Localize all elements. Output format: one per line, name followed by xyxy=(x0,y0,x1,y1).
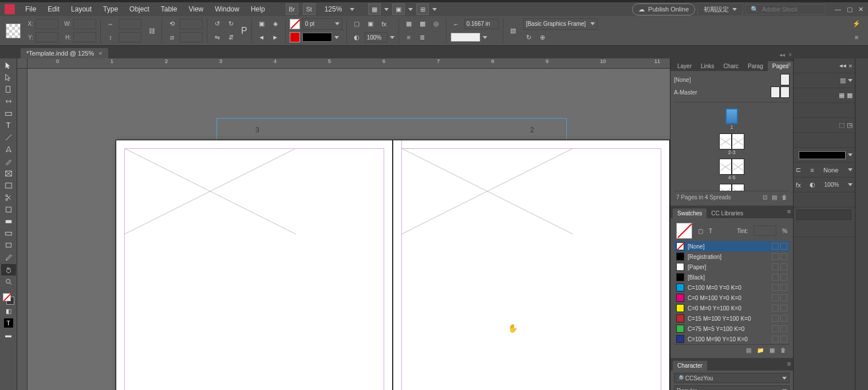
wrap-shape-icon[interactable]: ◎ xyxy=(431,18,442,30)
swatch-row[interactable]: C=0 M=100 Y=0 K=0 xyxy=(674,293,790,303)
note-tool[interactable] xyxy=(1,240,16,251)
workspace-switcher[interactable]: 初期設定 xyxy=(697,3,743,16)
swatch-row[interactable]: [Registration] xyxy=(674,251,790,262)
close-icon[interactable]: × xyxy=(98,50,102,57)
edit-page-size-icon[interactable]: ⊡ xyxy=(763,194,767,200)
reference-point-icon[interactable] xyxy=(6,23,21,38)
delete-page-icon[interactable]: 🗑 xyxy=(782,194,787,200)
page-thumb-spread-5-6[interactable] xyxy=(719,184,744,191)
fill-swatch[interactable] xyxy=(290,19,300,29)
collapse-icon[interactable]: ◂◂ xyxy=(779,52,785,58)
stroke-preview-bar[interactable] xyxy=(799,151,846,159)
swatch-row[interactable]: C=100 M=0 Y=0 K=0 xyxy=(674,282,790,293)
flip-h-icon[interactable]: ⇋ xyxy=(211,31,223,43)
view-mode[interactable]: ▬ xyxy=(1,329,16,341)
apply-color[interactable]: T xyxy=(1,317,16,329)
scale-y-icon[interactable]: ↕ xyxy=(105,31,116,43)
scale-x-field[interactable] xyxy=(119,19,141,29)
panel-icon[interactable]: ⬚ xyxy=(839,121,845,129)
auto-fit-icon[interactable]: ▢ xyxy=(351,18,362,30)
flip-v-icon[interactable]: ⇵ xyxy=(225,31,236,43)
window-restore-icon[interactable]: ▢ xyxy=(847,6,853,13)
menu-table[interactable]: Table xyxy=(156,3,182,15)
align-start-icon[interactable]: ⊏ xyxy=(796,166,801,174)
swatch-row[interactable]: C=75 M=5 Y=100 K=0 xyxy=(674,324,790,334)
stroke-swatch[interactable] xyxy=(290,32,300,42)
gradient-feather-tool[interactable] xyxy=(1,228,16,239)
panel-menu-icon[interactable]: ≡ xyxy=(787,208,791,215)
zoom-level[interactable]: 125% xyxy=(319,4,348,14)
tint-field[interactable] xyxy=(753,226,776,236)
master-row-none[interactable]: [None] xyxy=(674,73,790,86)
menu-object[interactable]: Object xyxy=(125,3,154,15)
search-input[interactable] xyxy=(762,6,819,13)
rectangle-frame-tool[interactable] xyxy=(1,168,16,179)
free-transform-tool[interactable] xyxy=(1,204,16,215)
object-style-select[interactable]: [Basic Graphics Frame] xyxy=(523,18,598,30)
chevron-down-icon[interactable] xyxy=(384,8,389,11)
panel-menu-icon[interactable]: ≡ xyxy=(851,31,862,43)
select-container-icon[interactable]: ▣ xyxy=(256,18,267,30)
rotate-icon[interactable]: ⟲ xyxy=(166,18,177,30)
fill-stroke-swap[interactable] xyxy=(1,293,16,305)
delete-swatch-icon[interactable]: 🗑 xyxy=(780,347,786,353)
quick-apply-icon[interactable]: ⚡ xyxy=(851,18,862,30)
font-style-field[interactable]: Regular xyxy=(674,385,790,390)
y-field[interactable] xyxy=(35,32,58,42)
chevron-down-icon[interactable] xyxy=(334,36,339,39)
page-thumb-spread-4-5[interactable] xyxy=(719,159,744,175)
swatch-row[interactable]: C=100 M=90 Y=10 K=0 xyxy=(674,334,790,344)
rotate-cw-icon[interactable]: ↻ xyxy=(225,18,236,30)
close-icon[interactable]: × xyxy=(788,52,792,58)
clear-override-icon[interactable]: ↻ xyxy=(523,31,535,43)
window-close-icon[interactable]: ✕ xyxy=(858,6,863,13)
x-field[interactable] xyxy=(35,19,58,29)
window-minimize-icon[interactable]: — xyxy=(835,6,841,13)
w-field[interactable] xyxy=(73,19,96,29)
new-group-icon[interactable]: 📁 xyxy=(757,347,764,353)
panel-icon[interactable]: ▦ xyxy=(839,92,845,99)
collapsed-dock-strip[interactable] xyxy=(855,58,868,390)
master-thumb[interactable] xyxy=(780,74,790,85)
stroke-weight-select[interactable]: 0 pt xyxy=(302,18,342,30)
chevron-down-icon[interactable] xyxy=(408,8,413,11)
tab-swatches[interactable]: Swatches xyxy=(673,208,707,218)
tab-parag[interactable]: Parag xyxy=(743,61,768,71)
page-left[interactable] xyxy=(116,140,393,390)
swatch-row[interactable]: [Black] xyxy=(674,272,790,282)
bridge-icon[interactable]: Br xyxy=(286,3,298,15)
type-tool[interactable]: T xyxy=(1,120,16,131)
view-options-icon[interactable]: ▦ xyxy=(368,3,381,15)
style-dropdown[interactable] xyxy=(796,210,851,220)
master-row-a[interactable]: A-Master xyxy=(674,86,790,99)
select-prev-icon[interactable]: ◄ xyxy=(256,31,267,43)
rectangle-tool[interactable] xyxy=(1,180,16,191)
fit-content-icon[interactable]: ▣ xyxy=(365,18,376,30)
page-thumb-1[interactable] xyxy=(725,108,738,124)
menu-window[interactable]: Window xyxy=(210,3,244,15)
menu-help[interactable]: Help xyxy=(246,3,270,15)
rotate-ccw-icon[interactable]: ↺ xyxy=(211,18,223,30)
menu-file[interactable]: File xyxy=(21,3,41,15)
search-box[interactable]: 🔍 xyxy=(745,4,826,15)
clear-fit-icon[interactable]: fx xyxy=(378,18,390,30)
constrain-icon[interactable]: ⛓ xyxy=(146,25,157,37)
scale-y-field[interactable] xyxy=(119,32,141,42)
document-tab[interactable]: *Template.indd @ 125% × xyxy=(21,48,108,58)
panel-icon[interactable]: ▩ xyxy=(847,92,853,99)
swatch-row[interactable]: C=15 M=100 Y=100 K=0 xyxy=(674,313,790,324)
object-fill-icon[interactable]: ▢ xyxy=(698,228,703,234)
master-thumb[interactable] xyxy=(771,86,780,98)
hand-tool[interactable] xyxy=(1,264,16,275)
opacity-icon[interactable]: ◐ xyxy=(351,31,362,43)
chevron-down-icon[interactable] xyxy=(350,8,354,11)
menu-type[interactable]: Type xyxy=(98,3,123,15)
publish-online-button[interactable]: ☁ Publish Online xyxy=(632,3,695,15)
wrap-bbox-icon[interactable]: ▩ xyxy=(417,18,428,30)
wrap-jump-icon[interactable]: ≡ xyxy=(403,31,415,43)
font-family-field[interactable]: 🔎 CCSezYou xyxy=(674,373,790,383)
type-fill-icon[interactable]: T xyxy=(709,228,712,234)
panel-icon[interactable]: ◳ xyxy=(847,121,853,129)
wrap-column-icon[interactable]: ≣ xyxy=(417,31,428,43)
shear-icon[interactable]: ⧄ xyxy=(166,31,177,43)
